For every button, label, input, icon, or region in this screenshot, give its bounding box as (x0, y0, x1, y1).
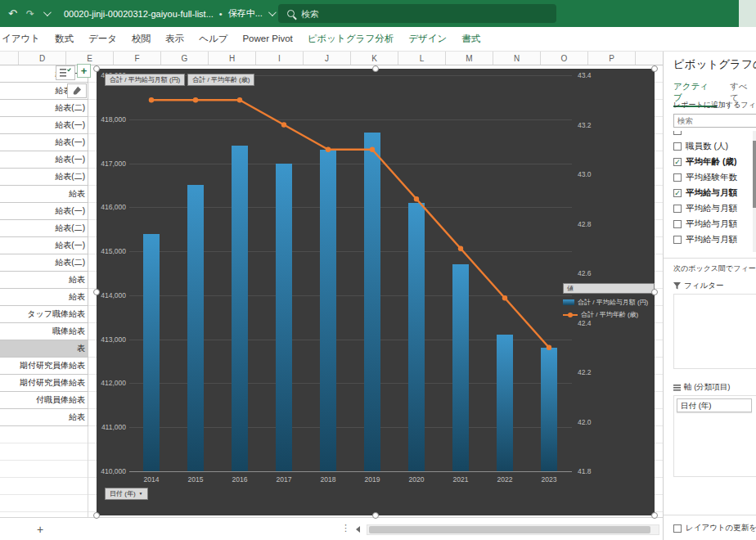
column-header[interactable]: H (209, 52, 256, 65)
column-header[interactable]: M (446, 52, 493, 65)
row-label-cell[interactable]: 給表(一) (0, 203, 88, 220)
chart-handle-mid-left[interactable] (93, 289, 100, 295)
defer-layout-checkbox[interactable] (673, 524, 682, 533)
search-input[interactable] (301, 9, 556, 19)
filters-drop-zone[interactable] (673, 294, 756, 369)
search-bar[interactable] (278, 4, 556, 23)
chart-value-field-button[interactable]: 合計 / 平均給与月額 (円) (105, 74, 185, 86)
row-label-cell[interactable]: 給表(一) (0, 117, 88, 134)
column-header[interactable]: P (588, 52, 636, 65)
chart-style-brush-button[interactable] (67, 83, 87, 98)
pivot-chart[interactable]: 410,000411,000412,000413,000414,000415,0… (97, 69, 655, 515)
row-label-cell[interactable]: タッフ職俸給表 (0, 306, 88, 323)
empty-cells-left[interactable] (0, 426, 88, 517)
field-checkbox[interactable]: ✓ (673, 189, 682, 197)
chart-handle-top-left[interactable] (93, 65, 100, 72)
column-header[interactable]: K (351, 52, 398, 65)
axis-zone-item[interactable]: 日付 (年) (677, 398, 752, 412)
hscrollbar-thumb[interactable] (369, 526, 650, 533)
row-label-cell[interactable]: 表 (0, 340, 88, 358)
row-label-cell[interactable]: 給表(一) (0, 134, 88, 151)
axis-drop-zone[interactable]: 日付 (年) (673, 395, 756, 477)
row-label-cell[interactable]: 給表 (0, 409, 88, 426)
field-checkbox[interactable] (673, 220, 682, 228)
document-title-area[interactable]: 00020-jinji-00020312-gaiyou-full-list...… (64, 0, 274, 27)
ribbon-tab[interactable]: ヘルプ (191, 27, 235, 51)
row-label-cell[interactable]: 期付研究員俸給表 (0, 375, 88, 392)
ribbon-tab[interactable]: 数式 (47, 27, 81, 51)
line-series[interactable] (129, 75, 572, 471)
fields-search-input[interactable] (673, 114, 756, 128)
add-sheet-button[interactable]: + (33, 522, 47, 537)
field-row[interactable] (673, 131, 756, 138)
legend-values-button[interactable]: 値 (563, 283, 655, 294)
field-row[interactable]: 平均経験年数 (673, 169, 756, 185)
field-checkbox[interactable] (673, 142, 682, 151)
field-checkbox[interactable]: ✓ (673, 158, 682, 166)
ribbon-tab[interactable]: 書式 (454, 27, 488, 51)
row-label-cell[interactable]: 給表(一) (0, 237, 88, 254)
chart-handle-mid-right[interactable] (651, 289, 658, 295)
legend-entry[interactable]: 合計 / 平均年齢 (歳) (563, 310, 655, 319)
line-marker (193, 97, 198, 102)
field-row[interactable]: 平均給与月額 (673, 200, 756, 216)
redo-icon[interactable]: ↷ (26, 8, 34, 20)
ribbon-tab[interactable]: Power Pivot (235, 27, 299, 51)
row-label-cell[interactable]: 給表(二) (0, 100, 88, 117)
ribbon-tab[interactable]: イアウト (0, 27, 47, 51)
line-marker (370, 147, 375, 152)
row-label-cell[interactable]: 期付研究員俸給表 (0, 358, 88, 375)
add-chart-element-button[interactable]: + (77, 64, 91, 78)
column-header[interactable]: F (114, 52, 161, 65)
field-row[interactable]: 平均給与月額 (673, 232, 756, 247)
legend[interactable]: 値 合計 / 平均給与月額 (円)合計 / 平均年齢 (歳) (563, 283, 655, 319)
column-header[interactable]: I (256, 52, 304, 65)
multi-select-icon[interactable] (56, 65, 75, 80)
row-label-cell[interactable]: 給表(一) (0, 151, 88, 169)
row-label-cell[interactable]: 給表 (0, 289, 88, 306)
row-label-cell[interactable]: 給表(二) (0, 254, 88, 272)
chevron-down-icon[interactable] (268, 8, 277, 16)
field-list-scrollbar-thumb[interactable] (753, 141, 756, 208)
column-header[interactable]: O (541, 52, 588, 65)
chart-handle-bottom-left[interactable] (93, 512, 100, 519)
ribbon-tab[interactable]: デザイン (401, 27, 454, 51)
ribbon-tab[interactable]: 校閲 (124, 27, 158, 51)
row-label-cell[interactable]: 給表(二) (0, 169, 88, 186)
row-label-cell[interactable]: 給表 (0, 272, 88, 289)
chart-handle-bottom-mid[interactable] (372, 512, 379, 519)
field-checkbox[interactable] (673, 173, 682, 182)
column-header[interactable]: E (66, 52, 114, 65)
chart-handle-top-mid[interactable] (372, 65, 379, 72)
field-row[interactable]: ✓平均年齢 (歳) (673, 154, 756, 169)
axis-field-button[interactable]: 日付 (年)▼ (105, 488, 148, 500)
titlebar-corner-button[interactable] (739, 0, 756, 27)
column-header[interactable]: L (398, 52, 446, 65)
field-checkbox[interactable] (673, 205, 682, 213)
row-label-cell[interactable]: 職俸給表 (0, 323, 88, 340)
field-row[interactable]: 平均給与月額 (673, 216, 756, 232)
row-label-cell[interactable]: 給表 (0, 186, 88, 203)
field-checkbox[interactable] (673, 131, 682, 135)
ribbon-tab[interactable]: データ (81, 27, 124, 51)
field-row[interactable]: ✓平均給与月額 (673, 185, 756, 200)
chart-value-field-button[interactable]: 合計 / 平均年齢 (歳) (187, 74, 254, 86)
tab-splitter-handle[interactable]: ⋮ (341, 523, 350, 533)
row-label-cell[interactable]: 付職員俸給表 (0, 392, 88, 409)
legend-entry[interactable]: 合計 / 平均給与月額 (円) (563, 298, 655, 307)
chevron-down-icon[interactable] (43, 8, 52, 16)
hscroll-left-arrow[interactable] (356, 526, 360, 533)
column-header[interactable]: G (161, 52, 209, 65)
column-header[interactable]: D (19, 52, 66, 65)
column-header[interactable]: N (493, 52, 541, 65)
row-label-cell[interactable]: 給表(二) (0, 220, 88, 237)
ribbon-tab[interactable]: 表示 (158, 27, 191, 51)
fields-search-box[interactable] (673, 112, 756, 126)
column-header[interactable]: J (304, 52, 351, 65)
chart-handle-top-right[interactable] (651, 65, 658, 72)
field-row[interactable]: 職員数 (人) (673, 138, 756, 154)
chart-handle-bottom-right[interactable] (651, 512, 658, 519)
ribbon-tab[interactable]: ピボットグラフ分析 (300, 27, 401, 51)
undo-icon[interactable]: ↶ (8, 7, 17, 20)
field-checkbox[interactable] (673, 236, 682, 244)
